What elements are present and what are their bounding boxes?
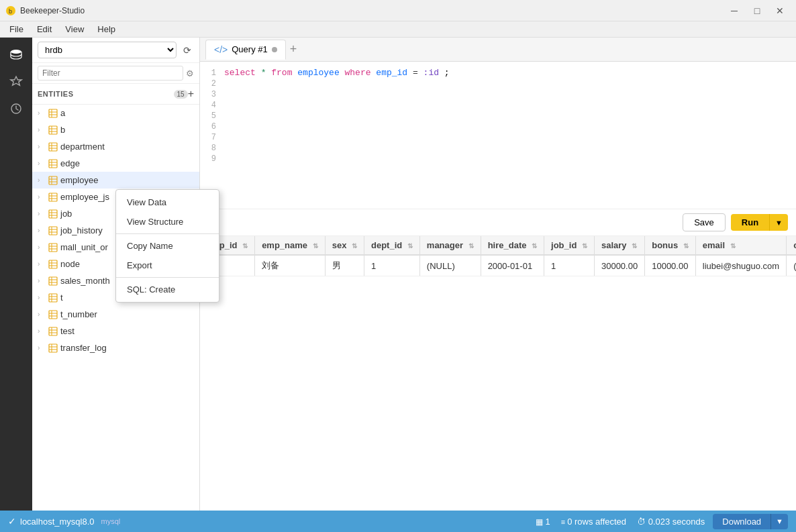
refresh-button[interactable]: ⟳ <box>181 44 194 57</box>
col-header-comments: comments ⇅ <box>787 236 796 255</box>
sort-icon: ⇅ <box>407 242 413 250</box>
query-line-1: 1 select * from employee where emp_id = <box>200 67 796 78</box>
favorites-icon-btn[interactable] <box>4 70 28 94</box>
window-controls: ─ □ ✕ <box>724 1 791 20</box>
cell-comments: (NULL) <box>787 255 796 276</box>
table-icon <box>48 260 58 269</box>
chevron-right-icon: › <box>38 160 46 167</box>
db-type-badge: mysql <box>101 517 121 525</box>
time-info: ⏱ 0.023 seconds <box>637 517 705 527</box>
chevron-right-icon: › <box>38 344 46 352</box>
table-row[interactable]: 1 刘备 男 1 (NULL) 2000-01-01 1 30000.00 10… <box>200 255 796 276</box>
menu-edit[interactable]: Edit <box>30 23 58 36</box>
entity-panel-header: hrdb ⟳ <box>32 38 199 63</box>
table-name: employee <box>297 68 339 78</box>
query-line-3: 3 <box>200 89 796 100</box>
menu-view[interactable]: View <box>58 23 91 36</box>
sort-icon: ⇅ <box>683 242 689 250</box>
entity-name-test: test <box>60 326 74 336</box>
run-button[interactable]: Run <box>731 214 769 231</box>
tab-bar: </> Query #1 + <box>200 38 796 62</box>
app-icon: b <box>5 5 16 16</box>
table-icon <box>48 176 58 185</box>
results-table: emp_id ⇅ emp_name ⇅ sex ⇅ dept_id ⇅ mana… <box>200 236 796 276</box>
context-sql-create[interactable]: SQL: Create <box>116 280 219 299</box>
close-button[interactable]: ✕ <box>769 1 791 20</box>
db-select-wrap[interactable]: hrdb <box>38 42 177 58</box>
entity-item-b[interactable]: › b <box>32 121 199 138</box>
chevron-right-icon: › <box>38 210 46 217</box>
menu-help[interactable]: Help <box>91 23 122 36</box>
filter-options-button[interactable]: ⚙ <box>186 68 194 78</box>
table-icon <box>48 327 58 336</box>
context-view-data[interactable]: View Data <box>116 193 219 212</box>
svg-rect-44 <box>49 277 57 285</box>
download-dropdown-button[interactable]: ▼ <box>770 514 788 529</box>
chevron-right-icon: › <box>38 109 46 117</box>
col-header-hire-date: hire_date ⇅ <box>481 236 544 255</box>
query-line-4: 4 <box>200 100 796 111</box>
minimize-button[interactable]: ─ <box>724 1 745 20</box>
rows-count: 1 <box>545 517 550 527</box>
sort-icon: ⇅ <box>313 242 318 250</box>
connection-info: ✓ localhost_mysql8.0 mysql <box>8 516 528 527</box>
entity-name-employee: employee <box>60 175 98 185</box>
tab-query1[interactable]: </> Query #1 <box>205 40 286 60</box>
titlebar: b Beekeeper-Studio ─ □ ✕ <box>0 0 796 21</box>
filter-input[interactable] <box>38 66 183 81</box>
entity-item-department[interactable]: › department <box>32 138 199 155</box>
maximize-button[interactable]: □ <box>746 1 768 20</box>
context-copy-name[interactable]: Copy Name <box>116 236 219 256</box>
context-export[interactable]: Export <box>116 256 219 275</box>
cell-bonus: 10000.00 <box>645 255 696 276</box>
svg-rect-16 <box>49 160 57 168</box>
app-title: Beekeeper-Studio <box>20 6 724 15</box>
keyword-star: * <box>261 68 266 78</box>
history-icon-btn[interactable] <box>4 97 28 121</box>
chevron-right-icon: › <box>38 327 46 335</box>
chevron-right-icon: › <box>38 277 46 284</box>
line-number-1: 1 <box>200 68 224 78</box>
keyword-from: from <box>271 68 292 78</box>
run-dropdown-button[interactable]: ▼ <box>769 214 788 231</box>
db-select[interactable]: hrdb <box>38 42 176 58</box>
cell-sex: 男 <box>325 255 364 276</box>
svg-text:b: b <box>9 8 12 15</box>
line-number-9: 9 <box>200 154 224 164</box>
entity-item-a[interactable]: › a <box>32 105 199 121</box>
tab-unsaved-indicator <box>272 47 277 52</box>
sidebar-icon-panel <box>0 38 32 511</box>
query-editor[interactable]: 1 select * from employee where emp_id = <box>200 62 796 209</box>
svg-rect-32 <box>49 227 57 235</box>
table-icon <box>48 276 58 286</box>
svg-rect-24 <box>49 193 57 201</box>
entity-name-sales-month: sales_month <box>60 276 110 286</box>
query-line-2: 2 <box>200 78 796 89</box>
sort-icon: ⇅ <box>468 242 474 250</box>
query-line-8: 8 <box>200 143 796 154</box>
entity-item-t-number[interactable]: › t_number <box>32 306 199 323</box>
add-entity-button[interactable]: + <box>188 88 194 100</box>
menubar: File Edit View Help <box>0 21 796 38</box>
filter-row: ⚙ <box>32 63 199 84</box>
entities-count: 15 <box>174 90 188 99</box>
entity-item-transfer-log[interactable]: › transfer_log <box>32 339 199 356</box>
query-icon: </> <box>214 44 228 55</box>
entities-header: ENTITIES 15 + <box>32 84 199 105</box>
menu-file[interactable]: File <box>3 23 30 36</box>
keyword-where: where <box>345 68 371 78</box>
entity-item-test[interactable]: › test <box>32 323 199 339</box>
col-header-dept-id: dept_id ⇅ <box>364 236 419 255</box>
entity-item-edge[interactable]: › edge <box>32 155 199 172</box>
cell-salary: 30000.00 <box>594 255 644 276</box>
context-menu-separator-2 <box>116 277 219 278</box>
download-button[interactable]: Download <box>713 514 770 529</box>
database-icon-btn[interactable] <box>4 43 28 67</box>
results-area[interactable]: emp_id ⇅ emp_name ⇅ sex ⇅ dept_id ⇅ mana… <box>200 236 796 511</box>
entity-name-employee-js: employee_js <box>60 192 109 202</box>
save-button[interactable]: Save <box>683 213 726 231</box>
add-tab-button[interactable]: + <box>286 42 301 56</box>
col-header-manager: manager ⇅ <box>419 236 481 255</box>
entity-item-employee[interactable]: › employee <box>32 172 199 189</box>
context-view-structure[interactable]: View Structure <box>116 212 219 231</box>
